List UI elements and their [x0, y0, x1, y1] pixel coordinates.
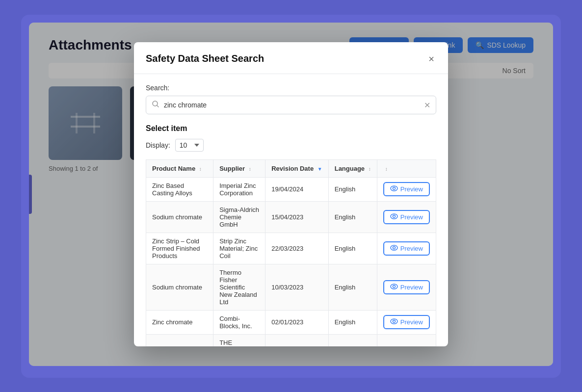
cell-revision-date: 22/03/2023 [265, 233, 329, 264]
eye-icon [390, 213, 398, 221]
svg-point-15 [393, 246, 395, 249]
cell-language: English [328, 177, 377, 201]
cell-product-name: Sodium chromate [146, 201, 213, 233]
cell-action: Preview [377, 201, 436, 233]
svg-point-13 [393, 215, 395, 217]
sort-icon-supplier: ↕ [249, 166, 251, 172]
svg-point-12 [391, 214, 397, 219]
col-revision-date[interactable]: Revision Date ▼ [265, 159, 329, 177]
display-label: Display: [146, 141, 170, 149]
cell-supplier: Strip Zinc Material; Zinc Coil [213, 233, 265, 264]
sort-icon-product: ↕ [199, 166, 202, 172]
svg-point-18 [391, 319, 397, 324]
cell-language: English [328, 264, 377, 310]
svg-point-16 [391, 284, 397, 289]
col-actions: ↕ [377, 159, 436, 177]
col-product-name[interactable]: Product Name ↕ [146, 159, 213, 177]
table-row: Sodium chromate Thermo Fisher Scientific… [146, 264, 436, 310]
preview-button-1[interactable]: Preview [383, 210, 430, 224]
svg-point-17 [393, 285, 395, 287]
modal-header: Safety Data Sheet Search × [134, 42, 448, 74]
preview-button-2[interactable]: Preview [383, 241, 430, 256]
cell-supplier: Combi-Blocks, Inc. [213, 310, 265, 334]
table-row: Zinc Based Casting Alloys Imperial Zinc … [146, 177, 436, 201]
table-row: Zinc Strip – Cold Formed Finished Produc… [146, 233, 436, 264]
cell-action: Preview [377, 264, 436, 310]
search-icon-inner [152, 100, 159, 110]
inner-frame: Attachments ⇧ Upload File + Add Link 🔍 S… [29, 23, 553, 366]
display-select[interactable]: 10 25 50 100 [175, 139, 204, 152]
cell-action: Preview [377, 334, 436, 346]
modal-title: Safety Data Sheet Search [146, 53, 264, 64]
cell-supplier: THE SHERWIN-WILLIAMS COMPANY [213, 334, 265, 346]
eye-icon [390, 284, 398, 291]
cell-revision-date: 10/03/2023 [265, 264, 329, 310]
preview-button-3[interactable]: Preview [383, 280, 430, 294]
cell-revision-date: 02/01/2023 [265, 310, 329, 334]
svg-line-9 [157, 105, 159, 107]
cell-language: English [328, 310, 377, 334]
cell-action: Preview [377, 310, 436, 334]
preview-button-0[interactable]: Preview [383, 182, 430, 196]
svg-point-10 [391, 186, 397, 191]
search-input-wrap: zinc chromate ✕ [146, 96, 436, 114]
search-clear-button[interactable]: ✕ [424, 100, 430, 109]
display-row: Display: 10 25 50 100 [146, 139, 436, 152]
results-table: Product Name ↕ Supplier ↕ Revision Date … [146, 159, 436, 346]
cell-revision-date: 23/06/2022 [265, 334, 329, 346]
svg-point-19 [393, 320, 395, 323]
cell-language: English [328, 334, 377, 346]
col-supplier[interactable]: Supplier ↕ [213, 159, 265, 177]
cell-product-name: Zinc Strip – Cold Formed Finished Produc… [146, 233, 213, 264]
svg-point-11 [393, 187, 395, 190]
select-item-label: Select item [146, 124, 436, 133]
preview-button-4[interactable]: Preview [383, 315, 430, 329]
table-row: Zinc chromate Combi-Blocks, Inc. 02/01/2… [146, 310, 436, 334]
eye-icon [390, 318, 398, 326]
modal-body: Search: zinc chromate ✕ Select item [134, 74, 448, 346]
search-label: Search: [146, 84, 436, 92]
col-language[interactable]: Language ↕ [328, 159, 377, 177]
table-row: Sodium chromate Sigma-Aldrich Chemie Gmb… [146, 201, 436, 233]
cell-revision-date: 19/04/2024 [265, 177, 329, 201]
cell-product-name: Sodium chromate [146, 264, 213, 310]
cell-action: Preview [377, 233, 436, 264]
cell-supplier: Sigma-Aldrich Chemie GmbH [213, 201, 265, 233]
sort-icon-revision-date: ▼ [317, 166, 322, 172]
table-header-row: Product Name ↕ Supplier ↕ Revision Date … [146, 159, 436, 177]
cell-revision-date: 15/04/2023 [265, 201, 329, 233]
cell-product-name: ZINC CHROMATE EPOXY PRIMER [146, 334, 213, 346]
svg-point-14 [391, 245, 397, 250]
cell-product-name: Zinc Based Casting Alloys [146, 177, 213, 201]
table-row: ZINC CHROMATE EPOXY PRIMER THE SHERWIN-W… [146, 334, 436, 346]
modal-close-button[interactable]: × [426, 52, 436, 66]
cell-language: English [328, 201, 377, 233]
outer-frame: Attachments ⇧ Upload File + Add Link 🔍 S… [21, 15, 561, 378]
modal-overlay: Safety Data Sheet Search × Search: zinc … [29, 23, 553, 366]
sort-icon-language: ↕ [369, 166, 371, 172]
cell-supplier: Thermo Fisher Scientific New Zealand Ltd [213, 264, 265, 310]
cell-supplier: Imperial Zinc Corporation [213, 177, 265, 201]
cell-product-name: Zinc chromate [146, 310, 213, 334]
cell-language: English [328, 233, 377, 264]
eye-icon [390, 185, 398, 193]
cell-action: Preview [377, 177, 436, 201]
eye-icon [390, 245, 398, 252]
modal-dialog: Safety Data Sheet Search × Search: zinc … [134, 42, 448, 346]
search-input[interactable]: zinc chromate [146, 96, 436, 114]
sort-icon-actions: ↕ [385, 166, 388, 172]
